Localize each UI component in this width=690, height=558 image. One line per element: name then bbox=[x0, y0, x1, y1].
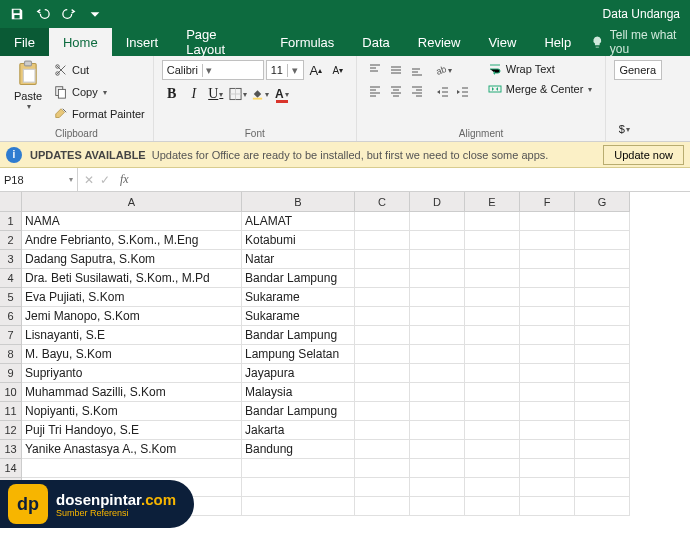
cell[interactable] bbox=[410, 497, 465, 516]
cell[interactable] bbox=[465, 440, 520, 459]
cell[interactable]: Nopiyanti, S.Kom bbox=[22, 402, 242, 421]
column-header[interactable]: E bbox=[465, 192, 520, 212]
save-icon[interactable] bbox=[6, 3, 28, 25]
increase-indent-button[interactable] bbox=[453, 82, 473, 102]
row-header[interactable]: 1 bbox=[0, 212, 22, 231]
row-header[interactable]: 6 bbox=[0, 307, 22, 326]
increase-font-button[interactable]: A▴ bbox=[306, 60, 326, 80]
cell[interactable] bbox=[465, 288, 520, 307]
cell[interactable] bbox=[520, 288, 575, 307]
cell[interactable] bbox=[575, 478, 630, 497]
cell[interactable] bbox=[520, 478, 575, 497]
cell[interactable] bbox=[520, 307, 575, 326]
tab-home[interactable]: Home bbox=[49, 28, 112, 56]
cell[interactable] bbox=[355, 440, 410, 459]
merge-center-button[interactable]: Merge & Center ▾ bbox=[483, 80, 598, 98]
cell[interactable] bbox=[520, 345, 575, 364]
redo-icon[interactable] bbox=[58, 3, 80, 25]
cell[interactable] bbox=[465, 326, 520, 345]
decrease-font-button[interactable]: A▾ bbox=[328, 60, 348, 80]
update-now-button[interactable]: Update now bbox=[603, 145, 684, 165]
tab-review[interactable]: Review bbox=[404, 28, 475, 56]
cell[interactable] bbox=[355, 345, 410, 364]
cell[interactable] bbox=[575, 402, 630, 421]
cell[interactable] bbox=[465, 421, 520, 440]
copy-button[interactable]: Copy ▾ bbox=[54, 82, 145, 102]
cell[interactable] bbox=[465, 364, 520, 383]
cancel-formula-icon[interactable]: ✕ bbox=[84, 173, 94, 187]
tab-view[interactable]: View bbox=[474, 28, 530, 56]
cell[interactable] bbox=[410, 288, 465, 307]
cell[interactable] bbox=[465, 231, 520, 250]
align-left-button[interactable] bbox=[365, 81, 385, 101]
align-top-button[interactable] bbox=[365, 60, 385, 80]
row-header[interactable]: 12 bbox=[0, 421, 22, 440]
cell[interactable] bbox=[355, 459, 410, 478]
column-header[interactable]: G bbox=[575, 192, 630, 212]
tab-help[interactable]: Help bbox=[530, 28, 585, 56]
cell[interactable] bbox=[520, 383, 575, 402]
cell[interactable] bbox=[575, 497, 630, 516]
cell[interactable] bbox=[575, 269, 630, 288]
cell[interactable] bbox=[355, 307, 410, 326]
align-middle-button[interactable] bbox=[386, 60, 406, 80]
cell[interactable] bbox=[465, 402, 520, 421]
format-painter-button[interactable]: Format Painter bbox=[54, 104, 145, 124]
cell[interactable] bbox=[355, 364, 410, 383]
cell[interactable] bbox=[355, 497, 410, 516]
column-header[interactable]: C bbox=[355, 192, 410, 212]
row-header[interactable]: 14 bbox=[0, 459, 22, 478]
name-box[interactable]: P18 ▾ bbox=[0, 168, 78, 191]
font-name-combo[interactable]: Calibri ▾ bbox=[162, 60, 264, 80]
cell[interactable] bbox=[410, 269, 465, 288]
cell[interactable]: M. Bayu, S.Kom bbox=[22, 345, 242, 364]
cell[interactable]: Eva Pujiati, S.Kom bbox=[22, 288, 242, 307]
cell[interactable]: NAMA bbox=[22, 212, 242, 231]
cell[interactable] bbox=[575, 288, 630, 307]
cell[interactable] bbox=[410, 231, 465, 250]
orientation-button[interactable]: ab▾ bbox=[433, 60, 453, 80]
cell[interactable] bbox=[410, 459, 465, 478]
bold-button[interactable]: B bbox=[162, 84, 182, 104]
cell[interactable]: Yanike Anastasya A., S.Kom bbox=[22, 440, 242, 459]
cell[interactable] bbox=[465, 269, 520, 288]
cell[interactable] bbox=[410, 345, 465, 364]
cell[interactable] bbox=[520, 212, 575, 231]
cell[interactable] bbox=[355, 269, 410, 288]
cell[interactable]: Bandar Lampung bbox=[242, 326, 355, 345]
qat-dropdown-icon[interactable] bbox=[84, 3, 106, 25]
tab-formulas[interactable]: Formulas bbox=[266, 28, 348, 56]
cell[interactable] bbox=[520, 231, 575, 250]
cell[interactable]: Bandar Lampung bbox=[242, 269, 355, 288]
fx-icon[interactable]: fx bbox=[116, 168, 133, 191]
cell[interactable]: ALAMAT bbox=[242, 212, 355, 231]
cell[interactable] bbox=[410, 212, 465, 231]
align-bottom-button[interactable] bbox=[407, 60, 427, 80]
borders-button[interactable]: ▾ bbox=[228, 84, 248, 104]
cell[interactable] bbox=[355, 212, 410, 231]
row-header[interactable]: 5 bbox=[0, 288, 22, 307]
cell[interactable]: Natar bbox=[242, 250, 355, 269]
cell[interactable]: Jayapura bbox=[242, 364, 355, 383]
column-header[interactable]: D bbox=[410, 192, 465, 212]
row-header[interactable]: 7 bbox=[0, 326, 22, 345]
row-header[interactable]: 13 bbox=[0, 440, 22, 459]
cell[interactable] bbox=[575, 459, 630, 478]
row-header[interactable]: 9 bbox=[0, 364, 22, 383]
cell[interactable] bbox=[520, 459, 575, 478]
cell[interactable] bbox=[575, 364, 630, 383]
cell[interactable] bbox=[410, 421, 465, 440]
cell[interactable]: Bandar Lampung bbox=[242, 402, 355, 421]
cell[interactable] bbox=[575, 212, 630, 231]
decrease-indent-button[interactable] bbox=[433, 82, 453, 102]
cell[interactable] bbox=[520, 440, 575, 459]
undo-icon[interactable] bbox=[32, 3, 54, 25]
cell[interactable]: Lisnayanti, S.E bbox=[22, 326, 242, 345]
column-header[interactable]: A bbox=[22, 192, 242, 212]
cell[interactable] bbox=[410, 250, 465, 269]
cell[interactable] bbox=[575, 440, 630, 459]
cell[interactable]: Sukarame bbox=[242, 288, 355, 307]
cell[interactable]: Jakarta bbox=[242, 421, 355, 440]
row-header[interactable]: 4 bbox=[0, 269, 22, 288]
cell[interactable] bbox=[575, 383, 630, 402]
